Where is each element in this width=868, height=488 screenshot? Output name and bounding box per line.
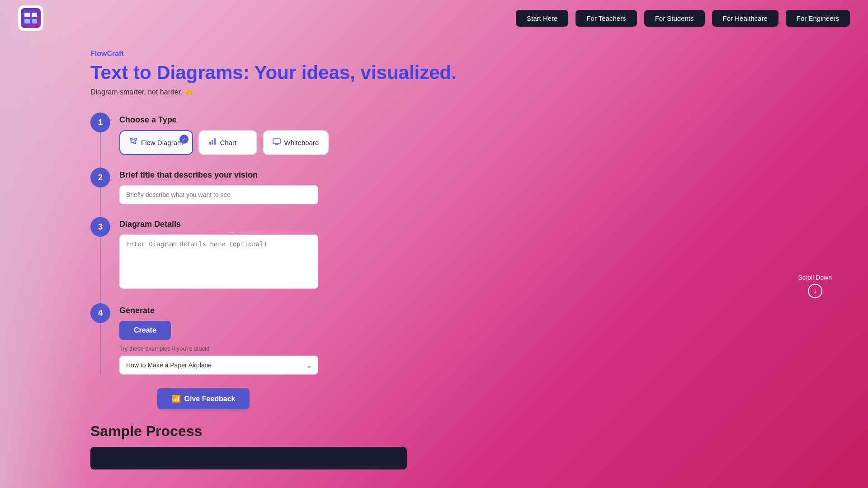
svg-rect-8 (273, 139, 280, 144)
whiteboard-label: Whiteboard (284, 139, 319, 146)
scroll-down-arrow: ↓ (808, 284, 822, 298)
type-card-chart[interactable]: Chart (198, 130, 257, 155)
feedback-label: Give Feedback (184, 395, 236, 403)
step-2-number: 2 (90, 168, 110, 188)
type-cards: Flow Diagram ✓ Chart (119, 130, 362, 155)
brand-label: FlowCraft (90, 50, 778, 58)
svg-rect-2 (32, 13, 37, 17)
step-1-number: 1 (90, 113, 110, 132)
examples-select[interactable]: How to Make a Paper Airplane Software De… (119, 356, 318, 375)
step-3-content: Diagram Details (119, 217, 362, 291)
for-students-button[interactable]: For Students (644, 10, 705, 27)
sample-section: Sample Process (90, 423, 778, 469)
svg-rect-5 (209, 142, 211, 145)
type-card-flow-diagram[interactable]: Flow Diagram ✓ (119, 130, 193, 155)
create-button[interactable]: Create (119, 321, 171, 340)
svg-rect-3 (24, 19, 30, 23)
svg-rect-1 (24, 13, 30, 17)
svg-rect-0 (23, 10, 39, 26)
scroll-down-indicator[interactable]: Scroll Down ↓ (798, 274, 832, 298)
chart-label: Chart (220, 139, 237, 146)
diagram-details-textarea[interactable] (119, 235, 318, 289)
for-engineers-button[interactable]: For Engineers (786, 10, 850, 27)
feedback-button[interactable]: 📶 Give Feedback (157, 388, 250, 409)
svg-rect-7 (214, 138, 216, 145)
start-here-button[interactable]: Start Here (516, 10, 568, 27)
steps-container: 1 Choose a Type (90, 113, 362, 375)
for-healthcare-button[interactable]: For Healthcare (712, 10, 778, 27)
step-4: 4 Generate Create Try these examples if … (90, 303, 362, 375)
hero-subtitle: Diagram smarter, not harder. 🤝 (90, 88, 778, 96)
sample-bar (90, 447, 407, 469)
examples-label: Try these examples if you're stuck! (119, 345, 362, 352)
step-2-content: Brief title that describes your vision (119, 168, 362, 204)
step-1-title: Choose a Type (119, 115, 362, 125)
step-4-title: Generate (119, 306, 362, 315)
logo-icon (21, 8, 41, 28)
main-content: FlowCraft Text to Diagrams: Your ideas, … (0, 36, 868, 488)
type-card-whiteboard[interactable]: Whiteboard (263, 130, 329, 155)
flow-diagram-icon (129, 137, 137, 148)
header: Start Here For Teachers For Students For… (0, 0, 868, 36)
selected-check: ✓ (179, 135, 189, 144)
step-2: 2 Brief title that describes your vision (90, 168, 362, 204)
svg-rect-4 (32, 19, 37, 23)
whiteboard-icon (273, 137, 281, 148)
step-2-title: Brief title that describes your vision (119, 170, 362, 180)
step-3-title: Diagram Details (119, 220, 362, 229)
scroll-down-label: Scroll Down (798, 274, 832, 281)
step-1-content: Choose a Type (119, 113, 362, 155)
for-teachers-button[interactable]: For Teachers (576, 10, 637, 27)
hero-title: Text to Diagrams: Your ideas, visualized… (90, 61, 778, 84)
step-1: 1 Choose a Type (90, 113, 362, 155)
feedback-section: 📶 Give Feedback (90, 388, 316, 409)
chart-icon (208, 137, 217, 148)
vision-title-input[interactable] (119, 185, 318, 204)
examples-select-wrapper: How to Make a Paper Airplane Software De… (119, 356, 318, 375)
sample-title: Sample Process (90, 423, 778, 440)
logo[interactable] (18, 5, 43, 31)
nav: Start Here For Teachers For Students For… (516, 10, 850, 27)
step-4-number: 4 (90, 303, 110, 323)
step-3: 3 Diagram Details (90, 217, 362, 291)
step-3-number: 3 (90, 217, 110, 237)
step-4-content: Generate Create Try these examples if yo… (119, 303, 362, 375)
feedback-icon: 📶 (172, 394, 181, 403)
flow-diagram-label: Flow Diagram (141, 139, 183, 146)
svg-rect-6 (212, 140, 213, 145)
